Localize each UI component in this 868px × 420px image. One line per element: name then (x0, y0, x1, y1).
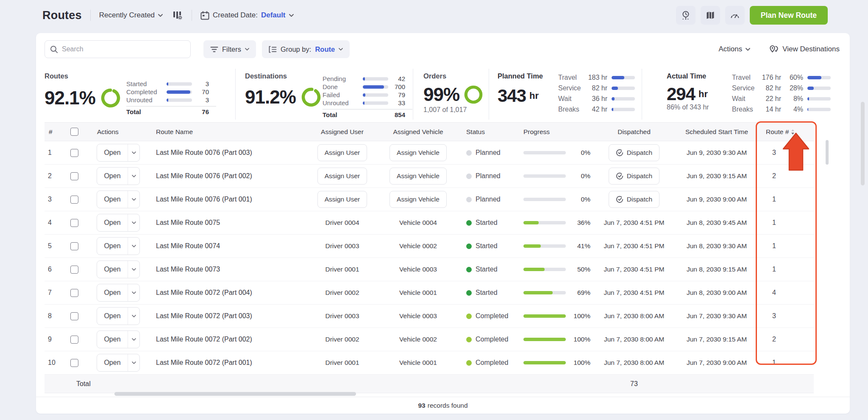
time-row-label: Travel (558, 74, 583, 81)
view-destinations-button[interactable]: View Destinations (769, 45, 840, 54)
planned-time-breakdown: Travel 183 hr Service 82 hr Wait 36 hr B… (558, 72, 635, 115)
assign-vehicle-button[interactable]: Assign Vehicle (389, 144, 447, 161)
open-menu-caret[interactable] (128, 238, 139, 255)
assign-user-button[interactable]: Assign User (317, 144, 367, 161)
dispatch-button[interactable]: Dispatch (609, 144, 659, 161)
time-row-bar (612, 97, 635, 101)
col-route-name[interactable]: Route Name (148, 128, 304, 136)
routes-summary: Routes 92.1% Started 3 Completed 70 Unro… (45, 67, 235, 121)
stat-row-bar (167, 82, 192, 86)
col-scheduled-start-time[interactable]: Scheduled Start Time (675, 128, 759, 136)
row-checkbox[interactable] (70, 219, 78, 227)
destinations-summary-label: Destinations (245, 72, 287, 80)
open-button[interactable]: Open (97, 307, 140, 325)
open-menu-caret[interactable] (128, 308, 139, 325)
row-checkbox[interactable] (70, 312, 78, 320)
actions-dropdown[interactable]: Actions (718, 45, 750, 53)
assign-user-button[interactable]: Assign User (317, 168, 367, 185)
col-dispatched[interactable]: Dispatched (593, 128, 675, 136)
group-by-dropdown[interactable]: Group by: Route (262, 40, 350, 58)
destinations-breakdown: Pending 42 Done 700 Failed 79 Unrouted 3… (323, 75, 412, 118)
filters-button[interactable]: Filters (203, 40, 256, 58)
dashboard-button[interactable] (725, 6, 745, 25)
status-dot (466, 150, 472, 156)
open-button[interactable]: Open (97, 144, 140, 162)
sort-order-dropdown[interactable]: Recently Created (99, 11, 163, 20)
open-menu-caret[interactable] (128, 144, 139, 161)
col-assigned-user[interactable]: Assigned User (304, 128, 380, 136)
row-checkbox[interactable] (70, 242, 78, 250)
open-menu-caret[interactable] (128, 261, 139, 278)
open-menu-caret[interactable] (128, 214, 139, 231)
open-button[interactable]: Open (97, 237, 140, 255)
horizontal-scrollbar[interactable] (114, 392, 356, 396)
route-name[interactable]: Last Mile Route 0072 (Part 003) (148, 312, 304, 320)
stat-row-bar (363, 85, 388, 89)
col-assigned-vehicle[interactable]: Assigned Vehicle (380, 128, 456, 136)
column-settings-icon (172, 11, 182, 20)
route-name[interactable]: Last Mile Route 0074 (148, 242, 304, 250)
time-row-bar (807, 76, 831, 79)
open-button[interactable]: Open (97, 330, 140, 348)
open-menu-caret[interactable] (128, 168, 139, 185)
assign-vehicle-button[interactable]: Assign Vehicle (389, 168, 447, 185)
progress-bar (523, 338, 566, 341)
open-menu-caret[interactable] (128, 191, 139, 208)
open-menu-caret[interactable] (128, 354, 139, 371)
route-name[interactable]: Last Mile Route 0075 (148, 219, 304, 227)
open-button[interactable]: Open (97, 190, 140, 208)
stat-row-value: 3 (192, 80, 209, 87)
route-name[interactable]: Last Mile Route 0072 (Part 002) (148, 336, 304, 343)
col-status[interactable]: Status (456, 128, 517, 136)
row-checkbox[interactable] (70, 196, 78, 204)
created-date-dropdown[interactable]: Created Date: Default (200, 11, 293, 20)
route-name[interactable]: Last Mile Route 0076 (Part 002) (148, 172, 304, 180)
select-all-checkbox[interactable] (70, 128, 78, 136)
speedometer-icon (730, 10, 740, 20)
route-name[interactable]: Last Mile Route 0073 (148, 266, 304, 273)
progress-bar (523, 151, 566, 154)
assign-vehicle-button[interactable]: Assign Vehicle (389, 191, 447, 208)
route-name[interactable]: Last Mile Route 0076 (Part 003) (148, 149, 304, 157)
row-index: 2 (45, 172, 61, 180)
row-checkbox[interactable] (70, 149, 78, 157)
open-button[interactable]: Open (97, 260, 140, 278)
open-menu-caret[interactable] (128, 284, 139, 301)
route-name[interactable]: Last Mile Route 0072 (Part 001) (148, 359, 304, 367)
time-row-percent: 8% (785, 95, 803, 103)
column-settings-button[interactable] (172, 11, 182, 20)
col-index[interactable]: # (45, 128, 61, 136)
search-input[interactable] (62, 45, 185, 53)
open-button[interactable]: Open (97, 284, 140, 302)
col-actions[interactable]: Actions (87, 128, 148, 136)
row-checkbox[interactable] (70, 289, 78, 297)
open-button[interactable]: Open (97, 354, 140, 372)
map-view-button[interactable] (701, 6, 720, 25)
route-name[interactable]: Last Mile Route 0072 (Part 004) (148, 289, 304, 297)
assign-user-button[interactable]: Assign User (317, 191, 367, 208)
status-label: Completed (476, 336, 508, 343)
open-button[interactable]: Open (97, 214, 140, 232)
dispatch-button[interactable]: Dispatch (609, 168, 659, 185)
page-scrollbar[interactable] (861, 102, 865, 185)
status-label: Started (476, 289, 498, 297)
assigned-user: Driver 0001 (325, 359, 359, 367)
col-route-number[interactable]: Route # (759, 128, 814, 136)
route-name[interactable]: Last Mile Route 0076 (Part 001) (148, 196, 304, 203)
open-button[interactable]: Open (97, 167, 140, 185)
assigned-user: Driver 0002 (325, 336, 359, 343)
row-checkbox[interactable] (70, 359, 78, 367)
row-checkbox[interactable] (70, 336, 78, 344)
status-label: Planned (476, 172, 501, 180)
row-checkbox[interactable] (70, 266, 78, 274)
route-history-button[interactable] (676, 6, 696, 25)
plan-new-route-button[interactable]: Plan New Route (750, 6, 828, 25)
open-menu-caret[interactable] (128, 331, 139, 348)
search-box[interactable] (45, 40, 191, 58)
sort-icon[interactable] (791, 129, 795, 135)
col-progress[interactable]: Progress (517, 128, 593, 136)
row-checkbox[interactable] (70, 172, 78, 180)
table-vertical-scrollbar[interactable] (826, 140, 829, 165)
sort-order-label: Recently Created (99, 11, 155, 20)
dispatch-button[interactable]: Dispatch (609, 191, 659, 208)
